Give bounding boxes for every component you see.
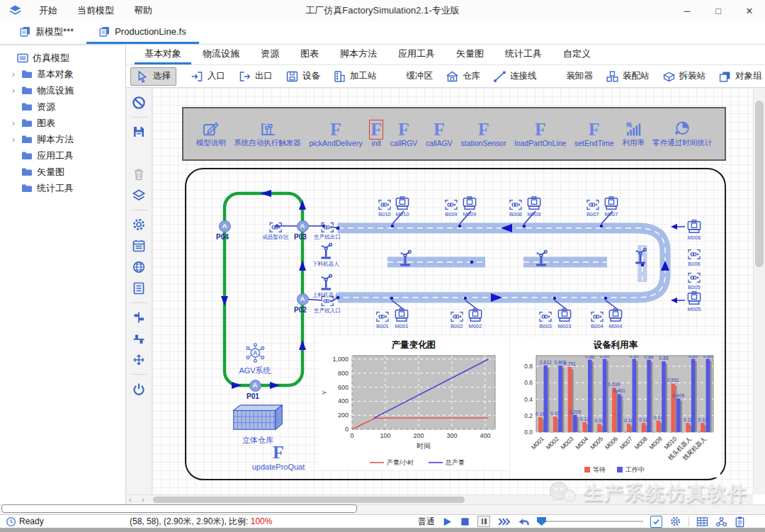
unload-robot[interactable]: 下料机器人 — [312, 242, 339, 268]
buffer-B009[interactable]: B009 — [444, 199, 458, 217]
strip-align-horizontal-button[interactable] — [130, 308, 148, 327]
play-button[interactable] — [442, 516, 453, 527]
script-item-0[interactable]: 模型说明 — [196, 120, 226, 148]
speed-mode[interactable]: 普通 — [418, 516, 435, 528]
strip-layers-button[interactable] — [130, 186, 148, 205]
update-function[interactable]: FupdateProQuat — [252, 444, 305, 471]
toolbar-button-group[interactable]: 对象组 — [713, 67, 765, 86]
settings-gear-icon[interactable] — [669, 516, 681, 527]
toolbar-button-line[interactable]: 连接线 — [487, 67, 543, 86]
machine-M008[interactable]: M008 — [526, 196, 542, 217]
strip-move-button[interactable] — [130, 351, 148, 369]
buffer-B004[interactable]: B004 — [590, 311, 604, 329]
model-canvas[interactable]: 模型说明 系统自动执行触发器 FpickAndDelivery Finit Fc… — [152, 88, 753, 494]
buffer-B007[interactable]: B007 — [586, 199, 600, 217]
line-entry-buffer[interactable]: 生产线入口 — [314, 295, 341, 315]
menu-start[interactable]: 开始 — [39, 4, 57, 17]
machine-M004[interactable]: M004 — [608, 308, 623, 329]
vertical-scrollbar-thumb[interactable] — [755, 101, 764, 267]
close-button[interactable]: ✕ — [734, 0, 765, 21]
script-item-1[interactable]: 系统自动执行触发器 — [234, 120, 301, 148]
toolbar-button-warehouse[interactable]: 仓库 — [440, 67, 486, 86]
minimize-button[interactable]: ─ — [672, 0, 703, 21]
toolbar-button-assembly[interactable]: 装配站 — [600, 67, 655, 86]
toolbar-button-buffer[interactable]: 缓冲区 — [384, 67, 439, 86]
speed-slider-thumb[interactable] — [537, 517, 546, 526]
toolbar-button-robot[interactable]: 装卸器 — [544, 67, 599, 86]
reset-button[interactable] — [518, 516, 530, 527]
toolbar-button-exit[interactable]: 出口 — [232, 67, 278, 86]
buffer-B003[interactable]: B003 — [538, 311, 552, 329]
line-exit-buffer[interactable]: 生产线出口 — [314, 222, 341, 241]
strip-settings-button[interactable] — [130, 215, 148, 234]
strip-block-button[interactable] — [130, 94, 148, 112]
ribbon-tab-custom[interactable]: 自定义 — [553, 44, 601, 64]
ribbon-tab-charts[interactable]: 图表 — [290, 44, 329, 64]
sidebar-item-5[interactable]: 应用工具 — [0, 147, 125, 164]
agv-node-P03[interactable]: A — [297, 220, 309, 232]
strip-save-as-button[interactable] — [130, 144, 148, 162]
stop-button[interactable] — [460, 516, 470, 527]
belt-robot-2[interactable] — [533, 249, 549, 267]
strip-calendar-button[interactable] — [130, 237, 148, 255]
toolbar-button-device[interactable]: 设备 — [280, 67, 326, 86]
machine-M007[interactable]: M007 — [604, 196, 619, 217]
ribbon-tab-statistics[interactable]: 统计工具 — [495, 44, 552, 64]
sidebar-item-7[interactable]: 统计工具 — [0, 180, 125, 196]
agv-node-P01[interactable]: A — [249, 380, 261, 392]
agv-node-P04[interactable]: A — [219, 220, 231, 232]
maximize-button[interactable]: □ — [703, 0, 734, 21]
machine-M003[interactable]: M003 — [557, 308, 572, 329]
ribbon-tab-basic-objects[interactable]: 基本对象 — [135, 44, 191, 64]
agv-node-P02[interactable]: A — [297, 293, 309, 305]
sidebar-item-6[interactable]: 矢量图 — [0, 164, 125, 180]
vertical-scrollbar[interactable] — [753, 88, 765, 494]
machine-M010[interactable]: M010 — [395, 196, 410, 217]
buffer-B010[interactable]: B010 — [378, 199, 392, 217]
toolbar-button-station[interactable]: 加工站 — [327, 67, 382, 86]
buffer-B008[interactable]: B008 — [509, 199, 523, 217]
production-output-chart[interactable]: 产量变化图02004006008001,0000100200300400Y时间产… — [318, 337, 509, 469]
menu-current-model[interactable]: 当前模型 — [77, 4, 114, 17]
stereo-warehouse[interactable]: 立体仓库 — [230, 402, 286, 446]
script-item-5[interactable]: FcallAGV — [426, 121, 453, 147]
toolbar-button-entry[interactable]: 入口 — [185, 67, 231, 86]
table-view-icon[interactable] — [696, 516, 708, 527]
strip-power-button[interactable] — [130, 380, 148, 398]
strip-align-vertical-button[interactable] — [130, 329, 148, 348]
strip-list-button[interactable] — [130, 279, 148, 298]
strip-save-button[interactable] — [130, 123, 148, 141]
strip-trash-button[interactable] — [130, 165, 148, 183]
machine-M009[interactable]: M009 — [462, 196, 477, 217]
toolbar-button-cursor[interactable]: 选择 — [130, 67, 176, 86]
buffer-B002[interactable]: B002 — [450, 311, 464, 329]
ribbon-tab-resources[interactable]: 资源 — [251, 44, 289, 64]
strip-globe-button[interactable] — [130, 258, 148, 276]
machine-M006[interactable]: M006 — [686, 220, 702, 241]
speed-slider[interactable] — [537, 516, 643, 526]
script-item-10[interactable]: 零件通过时间统计 — [652, 120, 712, 148]
script-item-2[interactable]: FpickAndDelivery — [309, 121, 362, 147]
ribbon-tab-scripts[interactable]: 脚本方法 — [330, 44, 387, 64]
machine-M001[interactable]: M001 — [394, 308, 409, 329]
script-item-3[interactable]: Finit — [370, 121, 382, 147]
sidebar-item-4[interactable]: › 脚本方法 — [0, 131, 125, 147]
command-input[interactable] — [1, 504, 357, 513]
script-item-9[interactable]: 利用率 — [622, 120, 645, 148]
tree-root-simulation-model[interactable]: 仿真模型 — [0, 50, 125, 66]
ribbon-tab-app-tools[interactable]: 应用工具 — [388, 44, 445, 64]
sidebar-item-1[interactable]: › 物流设施 — [0, 82, 125, 98]
fast-forward-button[interactable] — [497, 516, 511, 527]
doc-tab-new-model[interactable]: 新模型*** — [7, 21, 86, 44]
doc-tab-productionline[interactable]: ProductionLine.fs — [86, 21, 198, 44]
machine-M005[interactable]: M005 — [686, 291, 702, 312]
script-item-4[interactable]: FcallRGV — [390, 121, 418, 147]
finished-goods-buffer[interactable]: 成品暂存区 — [262, 222, 289, 241]
machine-M002[interactable]: M002 — [468, 308, 483, 329]
buffer-B001[interactable]: B001 — [375, 311, 390, 329]
buffer-B006[interactable]: B006 — [687, 249, 701, 267]
toolbar-button-disassembly[interactable]: 拆装站 — [657, 67, 712, 86]
script-item-6[interactable]: FstationSensor — [461, 121, 506, 147]
horizontal-scrollbar[interactable]: ‹ › — [126, 494, 753, 504]
belt-robot-3[interactable] — [633, 247, 648, 265]
